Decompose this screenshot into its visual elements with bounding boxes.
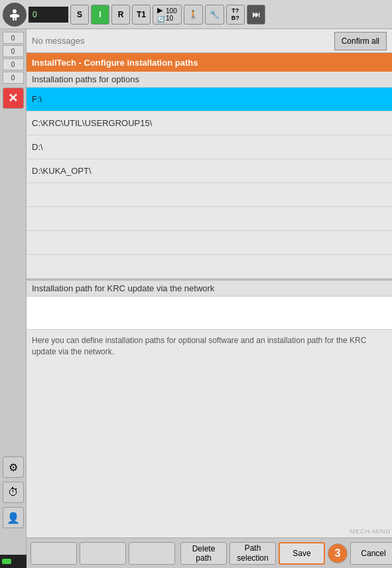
blank-btn-3[interactable] (129, 542, 175, 565)
user-icon-btn[interactable]: 👤 (3, 507, 24, 528)
network-input[interactable] (32, 299, 387, 326)
title-bar: InstallTech - Configure installation pat… (27, 53, 392, 72)
clock-icon-btn[interactable]: ⏱ (3, 482, 24, 503)
sidebar: 0 0 0 0 ✕ ⚙ ⏱ 👤 (0, 29, 27, 568)
main-content: No messages Confirm all InstallTech - Co… (27, 29, 392, 568)
svg-rect-2 (10, 15, 12, 17)
btn-skip[interactable]: ⏭ (247, 5, 265, 25)
title-text: InstallTech - Configure installation pat… (32, 58, 198, 68)
path-item-4[interactable]: D:\KUKA_OPT\ (27, 159, 392, 183)
messages-bar: No messages Confirm all (27, 29, 392, 53)
watermark: MECH-MIND (350, 528, 391, 535)
path-item-1[interactable]: F:\ (27, 88, 392, 111)
network-header: Installation path for KRC update via the… (27, 280, 392, 297)
bottom-bar: Delete path Path selection Save 3 Cancel (27, 537, 392, 568)
path-item-8[interactable] (27, 255, 392, 279)
path-item-6[interactable] (27, 207, 392, 231)
btn-t1[interactable]: T1 (132, 5, 151, 25)
path-item-2[interactable]: C:\KRC\UTIL\USERGROUP15\ (27, 111, 392, 135)
btn-tool[interactable]: 🔧 (205, 5, 224, 25)
cancel-button[interactable]: Cancel (350, 542, 392, 565)
path-item-3[interactable]: D:\ (27, 135, 392, 159)
confirm-all-button[interactable]: Confirm all (334, 32, 387, 50)
svg-rect-4 (13, 18, 15, 21)
network-section: Installation path for KRC update via the… (27, 279, 392, 330)
close-icon-btn[interactable]: ✕ (3, 88, 24, 109)
save-button[interactable]: Save (279, 542, 325, 565)
status-led (2, 559, 11, 564)
svg-point-0 (13, 9, 17, 13)
svg-rect-3 (17, 15, 19, 17)
num-badge: 3 (328, 543, 348, 563)
robot-icon (3, 3, 27, 27)
btn-walk[interactable]: 🚶 (184, 5, 203, 25)
bottom-spacer (27, 439, 392, 538)
path-selection-button[interactable]: Path selection (229, 542, 276, 565)
toolbar: 0 S I R T1 ▶🔄 10010 🚶 🔧 T?B? ⏭ (0, 0, 392, 29)
btn-t2[interactable]: T?B? (226, 5, 245, 25)
sidebar-indicator-3: 0 (3, 58, 24, 70)
svg-rect-1 (12, 14, 17, 18)
sidebar-indicator-4: 0 (3, 72, 24, 84)
num-display: 0 (29, 7, 68, 23)
blank-btn-2[interactable] (80, 542, 126, 565)
status-bar (0, 555, 27, 568)
info-text-area: Here you can define installation paths f… (27, 330, 392, 439)
btn-i[interactable]: I (91, 5, 109, 25)
svg-rect-5 (15, 18, 17, 21)
btn-s[interactable]: S (70, 5, 89, 25)
path-list-section: Installation paths for options F:\ C:\KR… (27, 72, 392, 279)
path-list-header: Installation paths for options (27, 72, 392, 88)
path-item-5[interactable] (27, 183, 392, 207)
network-input-area (27, 297, 392, 330)
sidebar-indicator-1: 0 (3, 32, 24, 44)
btn-r[interactable]: R (111, 5, 130, 25)
info-text: Here you can define installation paths f… (32, 336, 366, 356)
btn-play[interactable]: ▶🔄 10010 (153, 5, 182, 25)
blank-btn-1[interactable] (31, 542, 77, 565)
content-panel: Installation paths for options F:\ C:\KR… (27, 72, 392, 537)
messages-text: No messages (32, 36, 329, 46)
delete-path-button[interactable]: Delete path (180, 542, 227, 565)
gear-icon-btn[interactable]: ⚙ (3, 457, 24, 478)
sidebar-indicator-2: 0 (3, 45, 24, 57)
path-item-7[interactable] (27, 231, 392, 255)
